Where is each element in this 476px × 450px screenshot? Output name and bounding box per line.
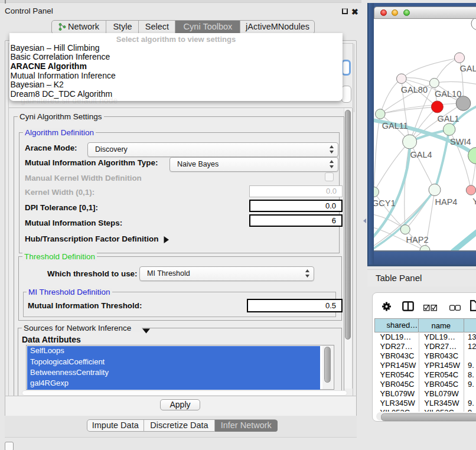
svg-text:GCY1: GCY1	[374, 198, 396, 208]
svg-text:GAL11: GAL11	[382, 121, 408, 131]
svg-text:GAL7: GAL7	[460, 64, 476, 73]
svg-text:Y: Y	[472, 197, 476, 206]
svg-text:GAL10: GAL10	[435, 89, 461, 99]
svg-text:GAL80: GAL80	[401, 85, 428, 94]
svg-text:SWI4: SWI4	[450, 137, 471, 146]
svg-text:GAL4: GAL4	[410, 150, 432, 159]
svg-text:HAP2: HAP2	[406, 235, 429, 244]
svg-text:HAP4: HAP4	[435, 197, 458, 207]
svg-text:GAL1: GAL1	[437, 114, 459, 123]
